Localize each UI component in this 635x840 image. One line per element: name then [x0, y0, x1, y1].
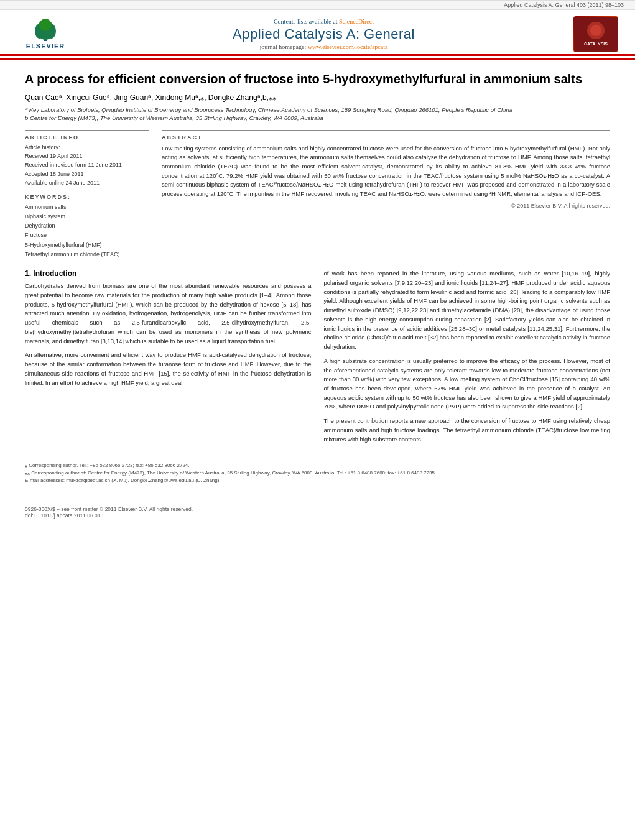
svg-point-5: [39, 19, 52, 31]
received-date: Received 19 April 2011: [25, 152, 149, 160]
footer-issn: 0926-860X/$ – see front matter © 2011 El…: [25, 506, 193, 512]
body-col2-para2: A high substrate concentration is usuall…: [324, 357, 611, 412]
keywords-section: Keywords: Ammonium salts Biphasic system…: [25, 194, 149, 260]
footnotes-section: ⁎ Corresponding author. Tel.: +86 532 80…: [25, 459, 610, 484]
keyword-5: 5-Hydroxymethylfurfural (HMF): [25, 241, 149, 250]
catalysis-logo-box: CATALYSIS: [573, 16, 618, 52]
catalysis-logo-image: CATALYSIS: [574, 17, 618, 52]
abstract-text: Low melting systems consisting of ammoni…: [162, 144, 610, 199]
article-info-col: ARTICLE INFO Article history: Received 1…: [25, 130, 149, 260]
elsevier-logo: ELSEVIER: [11, 16, 80, 53]
journal-main-title: Applied Catalysis A: General: [86, 26, 562, 42]
red-divider: [0, 54, 635, 56]
accepted-date: Accepted 18 June 2011: [25, 170, 149, 178]
history-title: Article history:: [25, 144, 60, 150]
abstract-col: ABSTRACT Low melting systems consisting …: [162, 130, 610, 260]
journal-homepage: journal homepage: www.elsevier.com/locat…: [86, 44, 562, 50]
body-col1-para1: Carbohydrates derived from biomass are o…: [25, 282, 312, 346]
body-col2-para1: of work has been reported in the literat…: [324, 269, 611, 351]
svg-point-8: [590, 25, 601, 36]
available-date: Available online 24 June 2011: [25, 178, 149, 187]
article-info-abstract: ARTICLE INFO Article history: Received 1…: [25, 130, 610, 260]
body-section: 1. Introduction Carbohydrates derived fr…: [25, 269, 610, 449]
body-col2-para3: The present contribution reports a new a…: [324, 417, 611, 444]
keywords-title: Keywords:: [25, 194, 149, 200]
email-note: E-mail addresses: muxd@qibebt.ac.cn (X. …: [25, 477, 610, 484]
body-col-left: 1. Introduction Carbohydrates derived fr…: [25, 269, 312, 449]
article-history-label: Article history:: [25, 143, 149, 152]
authors-text: Quan Caoᵃ, Xingcui Guoᵃ, Jing Guanᵃ, Xin…: [25, 93, 276, 102]
journal-header: Applied Catalysis A: General 403 (2011) …: [0, 0, 635, 60]
page-footer: 0926-860X/$ – see front matter © 2011 El…: [0, 502, 635, 522]
footer-left: 0926-860X/$ – see front matter © 2011 El…: [25, 506, 193, 519]
keyword-1: Ammonium salts: [25, 203, 149, 212]
page: Applied Catalysis A: General 403 (2011) …: [0, 0, 635, 840]
top-ref-bar: Applied Catalysis A: General 403 (2011) …: [0, 0, 635, 10]
footnote-divider: [25, 459, 112, 459]
keyword-4: Fructose: [25, 231, 149, 240]
article-content: A process for efficient conversion of fr…: [0, 60, 635, 496]
article-info-title: ARTICLE INFO: [25, 134, 149, 141]
abstract-title: ABSTRACT: [162, 134, 610, 141]
body-col-right: of work has been reported in the literat…: [324, 269, 611, 449]
journal-title-block: Contents lists available at ScienceDirec…: [80, 18, 568, 50]
journal-top-bar: ELSEVIER Contents lists available at Sci…: [0, 10, 635, 54]
keyword-6: Tetraethyl ammonium chloride (TEAC): [25, 250, 149, 259]
affiliation-b: b Centre for Energy (M473), The Universi…: [25, 114, 610, 122]
copyright: © 2011 Elsevier B.V. All rights reserved…: [162, 203, 610, 209]
keyword-2: Biphasic system: [25, 212, 149, 221]
body-col1-para2: An alternative, more convenient and effi…: [25, 351, 312, 387]
article-title: A process for efficient conversion of fr…: [25, 71, 610, 87]
sciencedirect-url[interactable]: ScienceDirect: [339, 18, 374, 25]
journal-ref: Applied Catalysis A: General 403 (2011) …: [504, 2, 624, 8]
footnote-star: ⁎ Corresponding author. Tel.: +86 532 80…: [25, 462, 610, 469]
section1-title: 1. Introduction: [25, 269, 312, 278]
received-revised-date: Received in revised form 11 June 2011: [25, 160, 149, 169]
footer-doi: doi:10.1016/j.apcata.2011.06.018: [25, 512, 193, 519]
journal-url[interactable]: www.elsevier.com/locate/apcata: [308, 44, 388, 50]
keyword-3: Dehydration: [25, 221, 149, 231]
catalysis-logo: CATALYSIS: [568, 14, 624, 54]
affiliations: ᵃ Key Laboratory of Biofuels, Qingdao In…: [25, 106, 610, 122]
svg-text:CATALYSIS: CATALYSIS: [584, 42, 608, 46]
affiliation-a: ᵃ Key Laboratory of Biofuels, Qingdao In…: [25, 106, 610, 114]
elsevier-tree-icon: [29, 19, 63, 42]
authors: Quan Caoᵃ, Xingcui Guoᵃ, Jing Guanᵃ, Xin…: [25, 93, 610, 102]
footnote-starstar: ⁎⁎ Corresponding author at: Centre for E…: [25, 469, 610, 477]
sciencedirect-link: Contents lists available at ScienceDirec…: [86, 18, 562, 25]
elsevier-text: ELSEVIER: [26, 42, 65, 50]
